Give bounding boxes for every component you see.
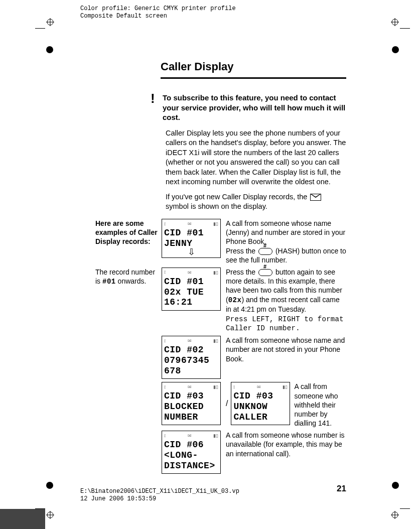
title-rule (161, 77, 346, 79)
signal-icon: ⟟ (233, 384, 235, 390)
subscribe-alert: ! To subscribe to this feature, you need… (151, 93, 347, 122)
lcd-status-icons: ⟟✉▮▯ (164, 338, 218, 344)
crop-line (400, 28, 410, 29)
example-desc-1: A call from someone whose name (Jenny) a… (226, 219, 346, 264)
crop-mark-top-left (46, 18, 54, 26)
lcd-status-icons: ⟟✉▮▯ (233, 384, 288, 390)
signal-icon: ⟟ (164, 221, 166, 227)
lcd-text-2: CID #01 02x TUE 16:21 (164, 277, 218, 308)
intro-block: Caller Display lets you see the phone nu… (166, 128, 346, 212)
battery-icon: ▮▯ (213, 221, 218, 226)
mail-icon: ✉ (188, 221, 192, 226)
page-edge-tab (0, 509, 45, 529)
battery-icon: ▮▯ (213, 433, 218, 438)
lcd-screen-4a: ⟟✉▮▯ CID #03 BLOCKED NUMBER (162, 382, 221, 425)
lcd-screen-2: ⟟✉▮▯ CID #01 02x TUE 16:21 (162, 268, 221, 311)
print-footer-line-2: 12 June 2006 10:53:59 (80, 495, 239, 503)
example-desc-4: A call from someone who withheld their n… (294, 382, 346, 428)
battery-icon: ▮▯ (283, 384, 288, 389)
lcd-pair: ⟟✉▮▯ CID #03 BLOCKED NUMBER / ⟟✉▮▯ CID #… (162, 382, 294, 425)
example-row-5: ⟟✉▮▯ CID #06 <LONG- DISTANCE> A call fro… (95, 431, 346, 474)
page-title: Caller Display (161, 60, 346, 73)
example-row-3: ⟟✉▮▯ CID #02 07967345 678 A call from so… (95, 336, 346, 379)
print-footer-line-1: E:\Binatone2006\iDECT_X1i\iDECT_X1i_UK_0… (80, 488, 239, 495)
envelope-icon (310, 194, 321, 201)
lcd-text-4b: CID #03 UNKNOW CALLER (233, 391, 288, 422)
reg-dot-top-left (46, 46, 53, 53)
crop-mark-bottom-right (391, 511, 399, 519)
lcd-screen-4b: ⟟✉▮▯ CID #03 UNKNOW CALLER (231, 382, 290, 425)
svg-point-3 (392, 19, 398, 25)
down-arrow-icon: ⇩ (164, 249, 218, 255)
print-header-line-2: Composite Default screen (80, 13, 236, 20)
hash-button-icon (258, 248, 272, 255)
lcd-screen-5: ⟟✉▮▯ CID #06 <LONG- DISTANCE> (162, 431, 221, 474)
exclamation-icon: ! (151, 93, 163, 122)
print-footer: E:\Binatone2006\iDECT_X1i\iDECT_X1i_UK_0… (80, 488, 239, 503)
record-number-note: The record number is #01 onwards. (95, 268, 162, 286)
reg-dot-top-right (392, 46, 399, 53)
slash-separator: / (226, 399, 228, 408)
lcd-text-3: CID #02 07967345 678 (164, 345, 218, 376)
mail-icon: ✉ (188, 338, 192, 343)
signal-icon: ⟟ (164, 338, 166, 344)
example-row-4: ⟟✉▮▯ CID #03 BLOCKED NUMBER / ⟟✉▮▯ CID #… (95, 382, 346, 428)
reg-dot-bottom-right (392, 482, 399, 489)
battery-icon: ▮▯ (213, 384, 218, 389)
mail-icon: ✉ (257, 384, 261, 389)
signal-icon: ⟟ (164, 384, 166, 390)
crop-line (35, 28, 45, 29)
lcd-status-icons: ⟟✉▮▯ (164, 433, 218, 439)
page-body: Caller Display ! To subscribe to this fe… (95, 50, 346, 494)
example-row-1: Here are some examples of Caller Display… (95, 219, 346, 264)
lcd-status-icons: ⟟✉▮▯ (164, 221, 218, 227)
hash-button-icon (258, 269, 272, 276)
crop-line (400, 508, 410, 509)
lcd-text-5: CID #06 <LONG- DISTANCE> (164, 440, 218, 471)
signal-icon: ⟟ (164, 433, 166, 439)
svg-point-9 (392, 512, 398, 518)
intro-paragraph-1: Caller Display lets you see the phone nu… (166, 128, 346, 187)
lcd-screen-3: ⟟✉▮▯ CID #02 07967345 678 (162, 336, 221, 379)
examples-grid: Here are some examples of Caller Display… (95, 219, 346, 474)
lcd-status-icons: ⟟✉▮▯ (164, 270, 218, 276)
lcd-screen-1: ⟟✉▮▯ CID #01 JENNY ⇩ (162, 219, 221, 258)
svg-point-6 (47, 512, 53, 518)
lcd-status-icons: ⟟✉▮▯ (164, 384, 218, 390)
mail-icon: ✉ (188, 270, 192, 275)
battery-icon: ▮▯ (213, 338, 218, 343)
lcd-text-4a: CID #03 BLOCKED NUMBER (164, 391, 218, 422)
lcd-text-1: CID #01 JENNY (164, 228, 218, 248)
svg-point-0 (47, 19, 53, 25)
mail-icon: ✉ (188, 433, 192, 438)
example-desc-3: A call from someone whose name and numbe… (226, 336, 346, 363)
intro-paragraph-2: If you've got new Caller Display records… (166, 192, 346, 212)
example-row-2: The record number is #01 onwards. ⟟✉▮▯ C… (95, 268, 346, 333)
print-header-line-1: Color profile: Generic CMYK printer prof… (80, 5, 236, 13)
crop-mark-bottom-left (46, 511, 54, 519)
example-desc-5: A call from someone whose number is unav… (226, 431, 346, 458)
crop-mark-top-right (391, 18, 399, 26)
examples-intro-left: Here are some examples of Caller Display… (95, 219, 162, 246)
mail-icon: ✉ (188, 384, 192, 389)
print-header: Color profile: Generic CMYK printer prof… (80, 5, 236, 20)
signal-icon: ⟟ (164, 270, 166, 275)
example-desc-2: Press the button again to see more detai… (226, 268, 346, 333)
reg-dot-bottom-left (46, 482, 53, 489)
alert-text: To subscribe to this feature, you need t… (163, 93, 347, 122)
battery-icon: ▮▯ (213, 270, 218, 275)
